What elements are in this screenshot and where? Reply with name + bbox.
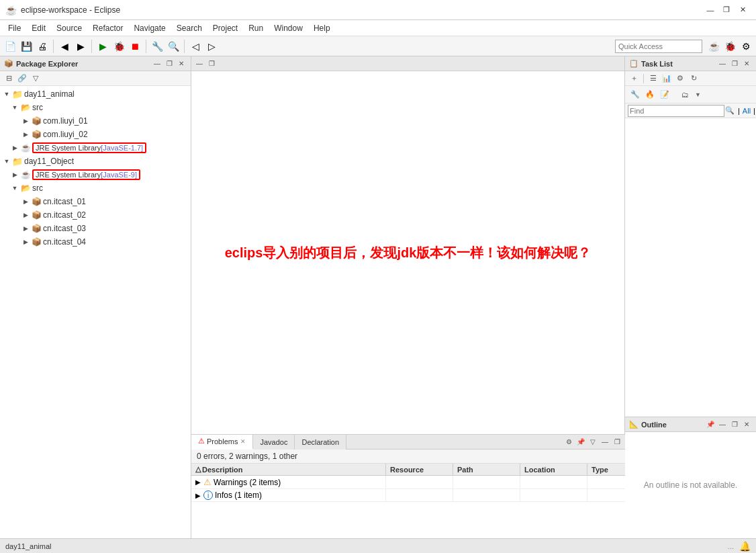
perspective-debug-button[interactable]: 🐞 — [722, 39, 737, 54]
status-dots: ... — [728, 542, 734, 550]
menu-window[interactable]: Window — [269, 21, 308, 36]
problems-pin-button[interactable]: 📌 — [575, 437, 586, 448]
tree-item-day11animal[interactable]: ▼ 📁 day11_animal — [0, 87, 191, 101]
minimize-button[interactable]: — — [702, 3, 718, 17]
row-warnings-desc: ▶ ⚠ Warnings (2 items) — [191, 476, 386, 488]
problems-tab-label: Problems — [207, 437, 238, 445]
editor-minimize-button[interactable]: — — [194, 58, 205, 69]
save-button[interactable]: 💾 — [19, 39, 34, 54]
project-icon-day11object: 📁 — [12, 156, 23, 167]
collapse-all-button[interactable]: ⊟ — [3, 73, 15, 85]
tasklist-close-button[interactable]: ✕ — [741, 58, 752, 69]
menu-help[interactable]: Help — [308, 21, 336, 36]
tree-item-comliuyi02[interactable]: ▶ 📦 com.liuyi_02 — [0, 128, 191, 141]
task-all-link[interactable]: All — [743, 107, 751, 115]
perspective-java-button[interactable]: ☕ — [706, 39, 721, 54]
new-button[interactable]: 📄 — [3, 39, 17, 54]
task-icon-4[interactable]: 🗂 — [679, 89, 691, 101]
label-src1: src — [32, 103, 43, 112]
prev-edit-button[interactable]: ◁ — [188, 39, 203, 54]
tasklist-minimize-button[interactable]: — — [717, 58, 728, 69]
package-explorer-panel: 📦 Package Explorer — ❐ ✕ ⊟ 🔗 ▽ ▼ 📁 day11… — [0, 56, 191, 538]
editor-maximize-button[interactable]: ❐ — [206, 58, 217, 69]
tree-item-cnitcast04[interactable]: ▶ 📦 cn.itcast_04 — [0, 235, 191, 249]
link-editor-button[interactable]: 🔗 — [16, 73, 28, 85]
tab-javadoc[interactable]: Javadoc — [253, 435, 295, 450]
new-task-button[interactable]: ＋ — [628, 73, 640, 85]
tree-item-cnitcast02[interactable]: ▶ 📦 cn.itcast_02 — [0, 208, 191, 222]
tree-item-cnitcast03[interactable]: ▶ 📦 cn.itcast_03 — [0, 222, 191, 235]
explorer-maximize-button[interactable]: ❐ — [164, 58, 175, 69]
back-button[interactable]: ◀ — [57, 39, 72, 54]
menu-file[interactable]: File — [3, 21, 26, 36]
menu-run[interactable]: Run — [243, 21, 269, 36]
tree-item-src1[interactable]: ▼ 📂 src — [0, 101, 191, 114]
menu-search[interactable]: Search — [171, 21, 207, 36]
src-folder-icon-1: 📂 — [20, 102, 31, 113]
problems-settings-button[interactable]: ⚙ — [563, 437, 574, 448]
outline-pin-button[interactable]: 📌 — [705, 419, 716, 430]
row-warnings-type — [587, 476, 625, 488]
task-find-input[interactable] — [628, 105, 724, 117]
editor-tabs: — ❐ — [191, 56, 624, 71]
problems-icon: ⚠ — [198, 437, 205, 445]
run-button[interactable]: ▶ — [95, 39, 110, 54]
search-toolbar-button[interactable]: 🔍 — [166, 39, 181, 54]
task-icon-3[interactable]: 📝 — [659, 89, 671, 101]
outline-minimize-button[interactable]: — — [717, 419, 728, 430]
task-icon-1[interactable]: 🔧 — [629, 89, 641, 101]
problems-summary-text: 0 errors, 2 warnings, 1 other — [197, 452, 297, 461]
task-search-icon[interactable]: 🔍 — [724, 105, 735, 117]
menu-source[interactable]: Source — [51, 21, 87, 36]
print-button[interactable]: 🖨 — [35, 39, 50, 54]
table-row[interactable]: ▶ i Infos (1 item) — [191, 489, 625, 502]
problems-minimize-button[interactable]: — — [600, 437, 610, 448]
outline-maximize-button[interactable]: ❐ — [729, 419, 740, 430]
explorer-close-button[interactable]: ✕ — [176, 58, 187, 69]
tree-item-comliuyi01[interactable]: ▶ 📦 com.liuyi_01 — [0, 114, 191, 128]
close-button[interactable]: ✕ — [735, 3, 751, 17]
task-activate-separator: | — [753, 107, 755, 115]
col-header-resource: Resource — [386, 464, 453, 475]
tree-item-jre-javase17[interactable]: ▶ ☕ JRE System Library [JavaSE-1.7] — [0, 141, 191, 155]
task-icon-2[interactable]: 🔥 — [644, 89, 656, 101]
debug-button[interactable]: 🐞 — [111, 39, 126, 54]
explorer-tree: ▼ 📁 day11_animal ▼ 📂 src ▶ 📦 com.liuyi_0… — [0, 86, 191, 538]
view-menu-button[interactable]: ▽ — [30, 73, 42, 85]
tab-declaration[interactable]: Declaration — [295, 435, 346, 450]
problems-maximize-button[interactable]: ❐ — [612, 437, 622, 448]
outline-close-button[interactable]: ✕ — [741, 419, 752, 430]
tree-item-src2[interactable]: ▼ 📂 src — [0, 181, 191, 195]
menu-navigate[interactable]: Navigate — [128, 21, 171, 36]
tree-item-day11object[interactable]: ▼ 📁 day11_Object — [0, 155, 191, 168]
tree-item-cnitcast01[interactable]: ▶ 📦 cn.itcast_01 — [0, 195, 191, 208]
row-infos-location — [520, 489, 587, 501]
table-row[interactable]: ▶ ⚠ Warnings (2 items) — [191, 476, 625, 489]
explorer-minimize-button[interactable]: — — [152, 58, 162, 69]
problems-view-menu-button[interactable]: ▽ — [587, 437, 598, 448]
task-view-button[interactable]: 📊 — [661, 73, 673, 85]
expand-infos-icon[interactable]: ▶ — [195, 492, 201, 499]
tasklist-maximize-button[interactable]: ❐ — [729, 58, 740, 69]
tab-problems[interactable]: ⚠ Problems ✕ — [191, 435, 253, 450]
expand-arrow: ▼ — [695, 91, 701, 98]
toolbar-sep-1 — [53, 40, 54, 53]
quick-access-input[interactable] — [615, 40, 702, 53]
menu-refactor[interactable]: Refactor — [87, 21, 128, 36]
tree-item-jre-javase9[interactable]: ▶ ☕ JRE System Library [JavaSE-9] — [0, 168, 191, 181]
perspective-settings-button[interactable]: ⚙ — [739, 39, 753, 54]
task-refresh-button[interactable]: ↻ — [688, 73, 700, 85]
menu-edit[interactable]: Edit — [26, 21, 51, 36]
forward-button[interactable]: ▶ — [73, 39, 88, 54]
menu-project[interactable]: Project — [207, 21, 243, 36]
jre-label-17: JRE System Library [JavaSE-1.7] — [32, 142, 146, 153]
expand-warnings-icon[interactable]: ▶ — [195, 478, 201, 486]
build-button[interactable]: 🔧 — [150, 39, 164, 54]
outline-message: An outline is not available. — [644, 480, 737, 490]
task-filter-button[interactable]: ☰ — [647, 73, 659, 85]
task-settings-button[interactable]: ⚙ — [674, 73, 686, 85]
maximize-button[interactable]: ❐ — [718, 3, 735, 17]
stop-button[interactable]: ⏹ — [128, 39, 142, 54]
arrow-src1: ▼ — [11, 103, 19, 112]
next-edit-button[interactable]: ▷ — [204, 39, 219, 54]
